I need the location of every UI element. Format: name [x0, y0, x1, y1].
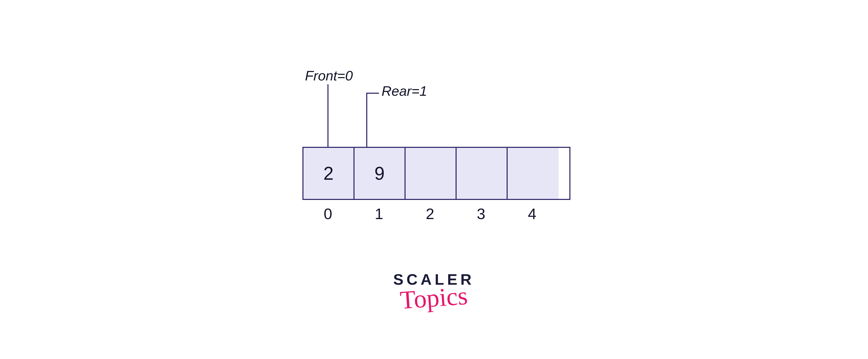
queue-index: 1 [353, 205, 405, 223]
rear-pointer-line-horizontal [366, 93, 379, 94]
queue-index: 0 [303, 205, 353, 223]
queue-cell [508, 148, 559, 199]
rear-pointer-line-vertical [366, 93, 367, 147]
brand-logo: SCALER Topics [380, 271, 488, 312]
brand-text-topics: Topics [399, 281, 469, 315]
queue-cell: 2 [304, 148, 354, 199]
queue-cell [457, 148, 508, 199]
front-pointer-label: Front=0 [305, 68, 353, 84]
queue-index: 2 [405, 205, 456, 223]
queue-index-row: 0 1 2 3 4 [303, 205, 570, 223]
queue-cell: 9 [354, 148, 406, 199]
pointer-labels: Front=0 Rear=1 [303, 68, 570, 147]
queue-cell [406, 148, 457, 199]
queue-cells-row: 2 9 [303, 147, 570, 200]
queue-index: 4 [506, 205, 558, 223]
queue-diagram: Front=0 Rear=1 2 9 0 1 2 3 4 [303, 68, 570, 223]
front-pointer-line [328, 84, 329, 147]
rear-pointer-label: Rear=1 [381, 83, 427, 99]
queue-index: 3 [456, 205, 506, 223]
